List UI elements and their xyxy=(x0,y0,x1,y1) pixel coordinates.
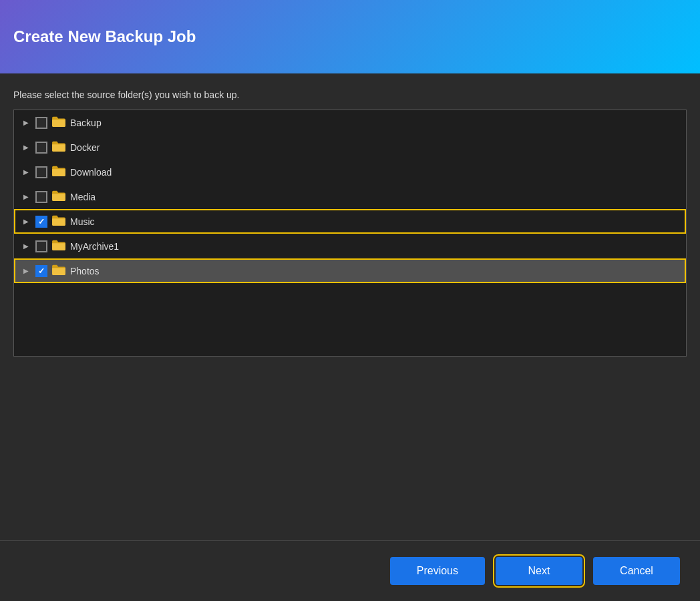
expand-arrow-music[interactable]: ▶ xyxy=(21,216,31,227)
folder-icon-download xyxy=(51,165,66,179)
checkbox-media[interactable] xyxy=(35,191,47,203)
folder-name-music: Music xyxy=(70,216,95,227)
folder-name-backup: Backup xyxy=(70,118,102,128)
folder-item-docker[interactable]: ▶ Docker xyxy=(14,135,686,160)
folder-name-download: Download xyxy=(70,167,112,178)
folder-icon-media xyxy=(51,190,66,204)
next-button[interactable]: Next xyxy=(496,557,582,585)
checkbox-myarchive1[interactable] xyxy=(35,240,47,252)
expand-arrow-myarchive1[interactable]: ▶ xyxy=(21,241,31,252)
expand-arrow-media[interactable]: ▶ xyxy=(21,192,31,202)
folder-item-music[interactable]: ▶ Music xyxy=(14,209,686,234)
folder-name-photos: Photos xyxy=(70,266,100,276)
folder-item-photos[interactable]: ▶ Photos xyxy=(14,258,686,283)
expand-arrow-backup[interactable]: ▶ xyxy=(21,118,31,128)
folder-item-myarchive1[interactable]: ▶ MyArchive1 xyxy=(14,234,686,258)
checkbox-photos[interactable] xyxy=(35,265,47,277)
folder-name-docker: Docker xyxy=(70,142,100,153)
folder-item-media[interactable]: ▶ Media xyxy=(14,184,686,209)
folder-tree[interactable]: ▶ Backup▶ Docker▶ Download▶ Media▶ Music… xyxy=(13,110,687,357)
folder-item-backup[interactable]: ▶ Backup xyxy=(14,110,686,135)
folder-icon-backup xyxy=(51,116,66,130)
instruction-text: Please select the source folder(s) you w… xyxy=(13,89,687,100)
checkbox-backup[interactable] xyxy=(35,117,47,129)
folder-name-myarchive1: MyArchive1 xyxy=(70,241,119,252)
expand-arrow-docker[interactable]: ▶ xyxy=(21,142,31,153)
folder-icon-docker xyxy=(51,140,66,154)
previous-button[interactable]: Previous xyxy=(390,557,485,585)
folder-item-download[interactable]: ▶ Download xyxy=(14,160,686,184)
cancel-button[interactable]: Cancel xyxy=(593,557,680,585)
folder-icon-music xyxy=(51,214,66,228)
footer: Previous Next Cancel xyxy=(0,541,700,601)
expand-arrow-download[interactable]: ▶ xyxy=(21,167,31,178)
expand-arrow-photos[interactable]: ▶ xyxy=(21,266,31,276)
checkbox-music[interactable] xyxy=(35,216,47,228)
dialog-title: Create New Backup Job xyxy=(13,27,196,46)
folder-icon-photos xyxy=(51,264,66,278)
dialog-header: Create New Backup Job xyxy=(0,0,700,73)
main-content: Please select the source folder(s) you w… xyxy=(0,73,700,370)
checkbox-download[interactable] xyxy=(35,166,47,178)
folder-name-media: Media xyxy=(70,192,96,202)
checkbox-docker[interactable] xyxy=(35,142,47,154)
folder-icon-myarchive1 xyxy=(51,239,66,253)
